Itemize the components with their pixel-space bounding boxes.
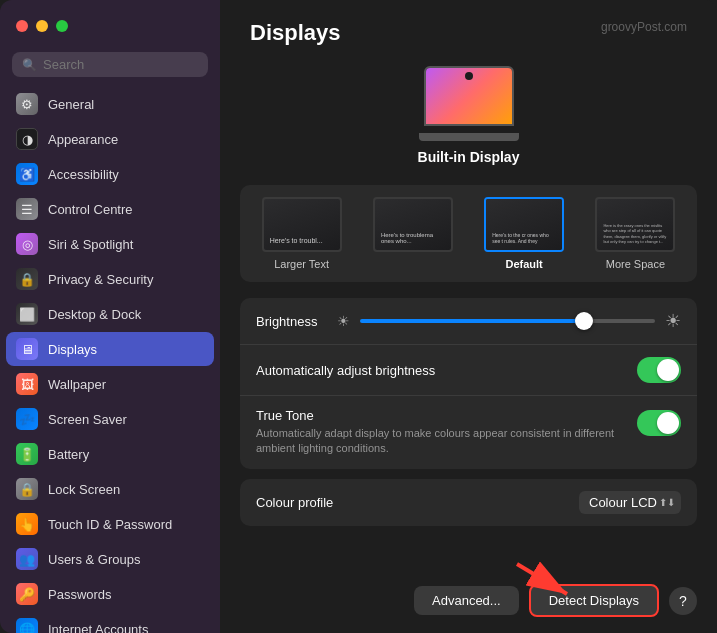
passwords-icon: 🔑 <box>16 583 38 605</box>
appearance-icon: ◑ <box>16 128 38 150</box>
sidebar-item-label-users: Users & Groups <box>48 552 140 567</box>
res-preview-opt2: Here's to troublema ones who... <box>373 197 453 252</box>
wallpaper-icon: 🖼 <box>16 373 38 395</box>
laptop-base <box>419 133 519 141</box>
res-preview-more: Here is the crazy ones the misfits who a… <box>595 197 675 252</box>
res-preview-larger: Here's to troubl... <box>262 197 342 252</box>
sidebar-item-label-wallpaper: Wallpaper <box>48 377 106 392</box>
colour-dropdown-wrapper: Colour LCD ⬆⬇ <box>579 491 681 514</box>
search-icon: 🔍 <box>22 58 37 72</box>
close-button[interactable] <box>16 20 28 32</box>
sidebar-item-lock[interactable]: 🔒 Lock Screen <box>6 472 214 506</box>
help-button[interactable]: ? <box>669 587 697 615</box>
settings-section: Brightness ☀ ☀ Automatically adjust brig… <box>240 298 697 469</box>
main-header: Displays groovyPost.com <box>220 0 717 56</box>
sidebar-item-control[interactable]: ☰ Control Centre <box>6 192 214 226</box>
sidebar-item-battery[interactable]: 🔋 Battery <box>6 437 214 471</box>
auto-brightness-row: Automatically adjust brightness <box>240 345 697 396</box>
sidebar-item-label-accessibility: Accessibility <box>48 167 119 182</box>
settings-panel: Here's to troubl... Larger Text Here's t… <box>240 185 697 572</box>
siri-icon: ◎ <box>16 233 38 255</box>
sidebar-item-label-appearance: Appearance <box>48 132 118 147</box>
sun-large-icon: ☀ <box>665 310 681 332</box>
resolution-larger-text[interactable]: Here's to troubl... Larger Text <box>252 197 351 270</box>
sidebar-list: ⚙ General ◑ Appearance ♿ Accessibility ☰… <box>0 87 220 633</box>
resolution-opt2[interactable]: Here's to troublema ones who... <box>363 197 462 270</box>
sidebar-item-label-touchid: Touch ID & Password <box>48 517 172 532</box>
sidebar-item-label-screensaver: Screen Saver <box>48 412 127 427</box>
screensaver-icon: 💤 <box>16 408 38 430</box>
brightness-slider[interactable] <box>360 319 655 323</box>
search-input[interactable] <box>43 57 198 72</box>
sun-small-icon: ☀ <box>337 313 350 329</box>
sidebar-item-accessibility[interactable]: ♿ Accessibility <box>6 157 214 191</box>
accessibility-icon: ♿ <box>16 163 38 185</box>
touchid-icon: 👆 <box>16 513 38 535</box>
battery-icon: 🔋 <box>16 443 38 465</box>
resolution-row: Here's to troubl... Larger Text Here's t… <box>240 185 697 282</box>
sidebar-item-siri[interactable]: ◎ Siri & Spotlight <box>6 227 214 261</box>
maximize-button[interactable] <box>56 20 68 32</box>
advanced-button[interactable]: Advanced... <box>414 586 519 615</box>
lock-icon: 🔒 <box>16 478 38 500</box>
brightness-row: Brightness ☀ ☀ <box>240 298 697 345</box>
sidebar-item-touchid[interactable]: 👆 Touch ID & Password <box>6 507 214 541</box>
resolution-more-space[interactable]: Here is the crazy ones the misfits who a… <box>586 197 685 270</box>
display-preview: Built-in Display <box>220 56 717 185</box>
sidebar-item-label-lock: Lock Screen <box>48 482 120 497</box>
internet-icon: 🌐 <box>16 618 38 633</box>
res-preview-default: Here's to the cr ones who see t rules. A… <box>484 197 564 252</box>
sidebar-item-desktop[interactable]: ⬜ Desktop & Dock <box>6 297 214 331</box>
page-title: Displays <box>250 20 341 46</box>
true-tone-row: True Tone Automatically adapt display to… <box>240 396 697 469</box>
sidebar: 🔍 ⚙ General ◑ Appearance ♿ Accessibility… <box>0 0 220 633</box>
sidebar-item-label-control: Control Centre <box>48 202 133 217</box>
auto-brightness-label: Automatically adjust brightness <box>256 363 435 378</box>
users-icon: 👥 <box>16 548 38 570</box>
sidebar-item-internet[interactable]: 🌐 Internet Accounts <box>6 612 214 633</box>
watermark: groovyPost.com <box>601 20 687 34</box>
sidebar-item-general[interactable]: ⚙ General <box>6 87 214 121</box>
res-label-more: More Space <box>606 258 665 270</box>
true-tone-toggle[interactable] <box>637 410 681 436</box>
sidebar-item-label-privacy: Privacy & Security <box>48 272 153 287</box>
resolution-default[interactable]: Here's to the cr ones who see t rules. A… <box>475 197 574 270</box>
sidebar-item-privacy[interactable]: 🔒 Privacy & Security <box>6 262 214 296</box>
displays-icon: 🖥 <box>16 338 38 360</box>
laptop-icon <box>419 66 519 141</box>
sidebar-item-users[interactable]: 👥 Users & Groups <box>6 542 214 576</box>
titlebar <box>0 0 220 52</box>
search-bar[interactable]: 🔍 <box>12 52 208 77</box>
laptop-screen <box>424 66 514 126</box>
true-tone-sublabel: Automatically adapt display to make colo… <box>256 426 616 457</box>
display-label: Built-in Display <box>418 149 520 165</box>
sidebar-item-label-passwords: Passwords <box>48 587 112 602</box>
privacy-icon: 🔒 <box>16 268 38 290</box>
sidebar-item-label-displays: Displays <box>48 342 97 357</box>
sidebar-item-wallpaper[interactable]: 🖼 Wallpaper <box>6 367 214 401</box>
res-label-larger: Larger Text <box>274 258 329 270</box>
sidebar-item-passwords[interactable]: 🔑 Passwords <box>6 577 214 611</box>
brightness-label: Brightness <box>256 314 317 329</box>
res-label-default: Default <box>505 258 542 270</box>
colour-profile-section: Colour profile Colour LCD ⬆⬇ <box>240 479 697 526</box>
desktop-icon: ⬜ <box>16 303 38 325</box>
colour-profile-row: Colour profile Colour LCD ⬆⬇ <box>240 479 697 526</box>
colour-profile-label: Colour profile <box>256 495 333 510</box>
colour-profile-dropdown[interactable]: Colour LCD <box>579 491 681 514</box>
main-content: Displays groovyPost.com Built-in Display… <box>220 0 717 633</box>
brightness-thumb[interactable] <box>575 312 593 330</box>
control-icon: ☰ <box>16 198 38 220</box>
minimize-button[interactable] <box>36 20 48 32</box>
general-icon: ⚙ <box>16 93 38 115</box>
detect-displays-button[interactable]: Detect Displays <box>529 584 659 617</box>
true-tone-label: True Tone <box>256 408 616 423</box>
sidebar-item-screensaver[interactable]: 💤 Screen Saver <box>6 402 214 436</box>
sidebar-item-label-internet: Internet Accounts <box>48 622 148 634</box>
sidebar-item-displays[interactable]: 🖥 Displays <box>6 332 214 366</box>
sidebar-item-label-general: General <box>48 97 94 112</box>
sidebar-item-appearance[interactable]: ◑ Appearance <box>6 122 214 156</box>
sidebar-item-label-battery: Battery <box>48 447 89 462</box>
auto-brightness-toggle[interactable] <box>637 357 681 383</box>
sidebar-item-label-desktop: Desktop & Dock <box>48 307 141 322</box>
